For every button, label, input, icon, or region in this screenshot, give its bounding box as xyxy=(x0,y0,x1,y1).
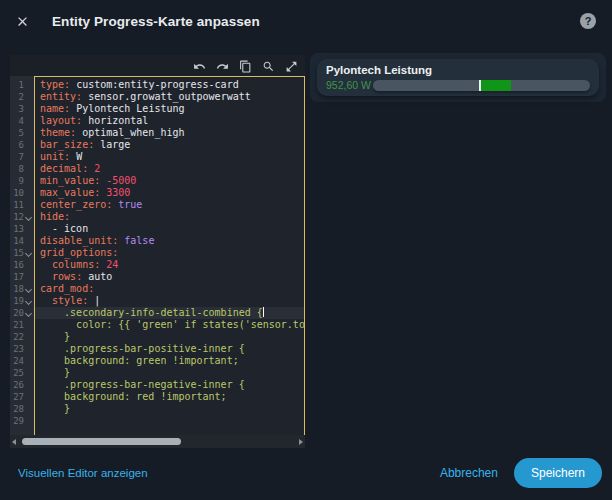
gutter-row: 9 xyxy=(10,175,34,187)
code-line[interactable]: theme: optimal_when_high xyxy=(35,127,304,139)
gutter-row: 25 xyxy=(10,367,34,379)
code-line[interactable] xyxy=(35,415,304,427)
code-line[interactable]: hide: xyxy=(35,211,304,223)
gutter-row: 29 xyxy=(10,415,34,427)
code-line[interactable]: name: Pylontech Leistung xyxy=(35,103,304,115)
gutter-row: 14 xyxy=(10,235,34,247)
gutter-row: 21 xyxy=(10,319,34,331)
code-line[interactable]: - icon xyxy=(35,223,304,235)
code-line[interactable]: .progress-bar-negative-inner { xyxy=(35,379,304,391)
horizontal-scrollbar[interactable] xyxy=(10,435,305,448)
gutter-row[interactable]: 20 xyxy=(10,307,34,319)
text-cursor xyxy=(263,307,264,317)
preview-card-title: Pylontech Leistung xyxy=(326,64,590,77)
fold-chevron-icon[interactable] xyxy=(24,213,33,222)
code-line[interactable]: } xyxy=(35,403,304,415)
gutter-row: 16 xyxy=(10,259,34,271)
preview-card-value: 952,60 W xyxy=(326,79,373,91)
gutter-row: 3 xyxy=(10,103,34,115)
code-line[interactable]: background: red !important; xyxy=(35,391,304,403)
gutter-row[interactable]: 12 xyxy=(10,211,34,223)
code-line[interactable]: center_zero: true xyxy=(35,199,304,211)
gutter-row: 2 xyxy=(10,91,34,103)
gutter-row: 5 xyxy=(10,127,34,139)
save-button[interactable]: Speichern xyxy=(514,458,602,488)
code-line[interactable]: type: custom:entity-progress-card xyxy=(35,79,304,91)
code-line[interactable]: disable_unit: false xyxy=(35,235,304,247)
copy-icon[interactable] xyxy=(239,59,252,72)
code-line[interactable]: entity: sensor.growatt_outpowerwatt xyxy=(35,91,304,103)
close-icon[interactable] xyxy=(14,13,30,29)
dialog-title: Entity Progress-Karte anpassen xyxy=(52,14,260,29)
gutter-row: 26 xyxy=(10,379,34,391)
fold-chevron-icon[interactable] xyxy=(24,285,33,294)
code-line[interactable]: .secondary-info-detail-combined { xyxy=(35,307,304,319)
code-line[interactable]: card_mod: xyxy=(35,283,304,295)
gutter-row: 13 xyxy=(10,223,34,235)
code-line[interactable]: grid_options: xyxy=(35,247,304,259)
code-line[interactable]: columns: 24 xyxy=(35,259,304,271)
yaml-editor[interactable]: 1234567891011121314151617181920212223242… xyxy=(10,55,305,448)
scroll-left-arrow-icon[interactable] xyxy=(12,439,16,445)
entity-progress-card-preview: Pylontech Leistung 952,60 W xyxy=(317,59,599,96)
gutter-row: 27 xyxy=(10,391,34,403)
code-line[interactable]: style: | xyxy=(35,295,304,307)
gutter-row: 4 xyxy=(10,115,34,127)
code-line[interactable]: rows: auto xyxy=(35,271,304,283)
fold-chevron-icon[interactable] xyxy=(24,249,33,258)
redo-icon[interactable] xyxy=(216,59,229,72)
code-line[interactable]: color: {{ 'green' if states('sensor.tota… xyxy=(35,319,304,331)
code-line[interactable]: layout: horizontal xyxy=(35,115,304,127)
gutter-row: 17 xyxy=(10,271,34,283)
code-line[interactable]: background: green !important; xyxy=(35,355,304,367)
scroll-right-arrow-icon[interactable] xyxy=(299,439,303,445)
code-line[interactable]: max_value: 3300 xyxy=(35,187,304,199)
progress-bar-zero-tick xyxy=(479,80,481,91)
search-icon[interactable] xyxy=(262,59,275,72)
code-line[interactable]: .progress-bar-positive-inner { xyxy=(35,343,304,355)
scrollbar-thumb[interactable] xyxy=(22,438,181,445)
cancel-button[interactable]: Abbrechen xyxy=(440,466,498,480)
undo-icon[interactable] xyxy=(193,59,206,72)
fold-chevron-icon[interactable] xyxy=(24,309,33,318)
gutter-row[interactable]: 19 xyxy=(10,295,34,307)
gutter-row: 6 xyxy=(10,139,34,151)
code-line[interactable]: } xyxy=(35,331,304,343)
gutter-col: 1234567891011121314151617181920212223242… xyxy=(10,76,34,435)
code-line[interactable]: unit: W xyxy=(35,151,304,163)
dialog-header: Entity Progress-Karte anpassen ? xyxy=(0,0,612,42)
gutter-row: 24 xyxy=(10,355,34,367)
help-circle-icon[interactable]: ? xyxy=(580,13,596,29)
code-area[interactable]: 1234567891011121314151617181920212223242… xyxy=(10,76,305,435)
show-visual-editor-link[interactable]: Visuellen Editor anzeigen xyxy=(18,467,148,479)
code-line[interactable]: } xyxy=(35,367,304,379)
fold-chevron-icon[interactable] xyxy=(24,297,33,306)
editor-toolbar xyxy=(10,55,305,76)
gutter-row: 23 xyxy=(10,343,34,355)
dialog-footer: Visuellen Editor anzeigen Abbrechen Spei… xyxy=(0,452,612,500)
fullscreen-icon[interactable] xyxy=(285,59,298,72)
progress-bar-fill xyxy=(479,80,510,91)
gutter-row: 22 xyxy=(10,331,34,343)
gutter-row[interactable]: 15 xyxy=(10,247,34,259)
gutter-row: 11 xyxy=(10,199,34,211)
card-preview-panel: Pylontech Leistung 952,60 W xyxy=(310,53,606,102)
code-line[interactable]: bar_size: large xyxy=(35,139,304,151)
gutter-row: 7 xyxy=(10,151,34,163)
gutter-row: 28 xyxy=(10,403,34,415)
gutter-row: 8 xyxy=(10,163,34,175)
code-line[interactable]: decimal: 2 xyxy=(35,163,304,175)
code-line[interactable]: min_value: -5000 xyxy=(35,175,304,187)
gutter-row: 1 xyxy=(10,79,34,91)
code-col[interactable]: type: custom:entity-progress-cardentity:… xyxy=(34,76,305,435)
gutter-row: 10 xyxy=(10,187,34,199)
progress-bar-track xyxy=(373,80,590,91)
gutter-row[interactable]: 18 xyxy=(10,283,34,295)
